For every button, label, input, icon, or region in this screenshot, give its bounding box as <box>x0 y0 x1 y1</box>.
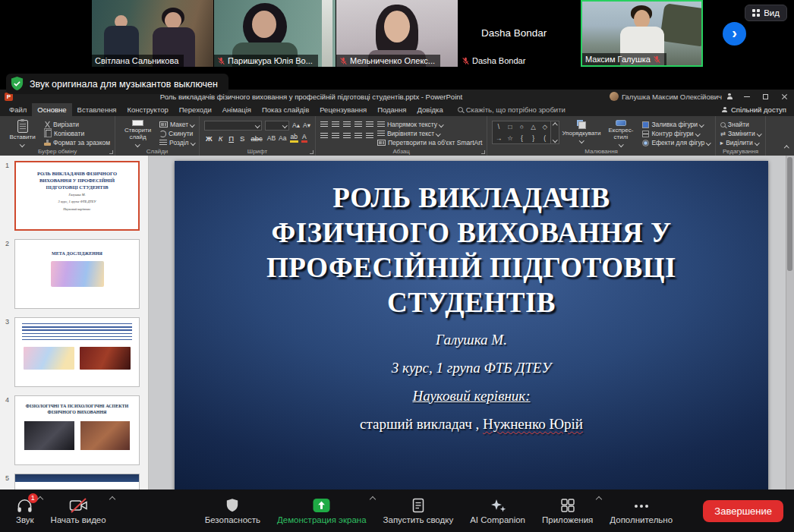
tab-design[interactable]: Конструктор <box>122 103 174 116</box>
account-area[interactable]: Галушка Максим Олексійович <box>610 92 722 101</box>
copy-label: Копіювати <box>54 130 84 137</box>
share-screen-button[interactable]: Демонстрация экрана <box>269 490 375 532</box>
paste-button[interactable]: Вставити <box>5 118 40 146</box>
arrange-button[interactable]: Упорядкувати <box>563 118 599 146</box>
shape-arrow-icon[interactable]: → <box>496 134 503 142</box>
start-video-button[interactable]: Начать видео <box>43 490 115 532</box>
participant-tile-4[interactable]: Dasha Bondar Dasha Bondar <box>458 0 581 67</box>
chevron-up-icon[interactable] <box>109 496 115 502</box>
character-spacing-button[interactable]: АВ <box>267 134 276 143</box>
security-button[interactable]: Безопасность <box>197 490 269 532</box>
shape-triangle-icon[interactable]: △ <box>531 123 536 131</box>
tab-transitions[interactable]: Переходи <box>174 103 217 116</box>
tab-home[interactable]: Основне <box>32 103 71 116</box>
tab-file[interactable]: Файл <box>4 103 32 116</box>
italic-button[interactable]: К <box>217 134 225 143</box>
text-direction-button[interactable]: Напрямок тексту <box>377 121 482 128</box>
smartart-button[interactable]: Перетворити на об'єкт SmartArt <box>377 139 482 146</box>
shape-diamond-icon[interactable]: ◇ <box>543 123 548 131</box>
text-shadow-button[interactable]: S <box>238 134 246 143</box>
restore-button[interactable] <box>756 90 775 103</box>
next-page-button[interactable]: › <box>723 22 746 46</box>
numbering-icon[interactable] <box>332 121 339 128</box>
current-slide-canvas[interactable]: РОЛЬ ВИКЛАДАЧІВ ФІЗИЧНОГО ВИХОВАННЯ У ПР… <box>175 161 768 490</box>
shape-effects-button[interactable]: Ефекти для фігур <box>642 139 710 146</box>
layout-button[interactable]: Макет <box>159 121 194 128</box>
shape-rectangle-icon[interactable]: □ <box>509 123 512 131</box>
slide-thumbnail-4[interactable]: ФІЗІОЛОГІЧНІ ТА ПСИХОЛОГІЧНІ АСПЕКТИ ФІЗ… <box>14 395 140 465</box>
more-button[interactable]: Дополнительно <box>601 490 681 532</box>
participant-tile-3[interactable]: Мельниченко Олекс... <box>336 0 458 67</box>
bold-button[interactable]: Ж <box>204 134 214 143</box>
align-text-button[interactable]: Вирівняти текст <box>377 130 482 137</box>
tell-me-search[interactable]: Скажіть, що потрібно зробити <box>458 105 566 114</box>
underline-button[interactable]: П <box>227 134 235 143</box>
new-slide-button[interactable]: Створити слайд <box>120 118 156 146</box>
tab-animations[interactable]: Анімація <box>217 103 257 116</box>
shrink-font-button[interactable]: А▾ <box>303 121 310 130</box>
tab-view[interactable]: Подання <box>372 103 411 116</box>
indent-decrease-icon[interactable] <box>343 121 351 128</box>
bullets-icon[interactable] <box>320 121 328 128</box>
align-left-icon[interactable] <box>320 133 328 140</box>
highlight-color-button[interactable]: ab <box>290 134 298 143</box>
thumb-images <box>24 347 131 370</box>
quick-styles-icon <box>616 120 626 126</box>
tab-insert[interactable]: Вставлення <box>72 103 122 116</box>
font-size-combo[interactable] <box>265 121 289 131</box>
grow-font-button[interactable]: А▴ <box>292 121 300 130</box>
shape-star-icon[interactable]: ☆ <box>507 134 513 142</box>
slide-thumbnail-2[interactable]: МЕТА ДОСЛІДЖЕННЯ <box>14 239 140 309</box>
participant-tile-2[interactable]: Паришкура Юлія Во... <box>214 0 336 67</box>
tab-slideshow[interactable]: Показ слайдів <box>257 103 314 116</box>
participant-tile-1[interactable]: Світлана Сальникова <box>92 0 214 67</box>
share-button[interactable]: Спільний доступ <box>722 105 786 114</box>
line-spacing-icon[interactable] <box>366 121 373 128</box>
section-button[interactable]: Розділ <box>159 139 194 146</box>
strikethrough-button[interactable]: abc <box>249 134 263 143</box>
shape-ellipse-icon[interactable]: ○ <box>520 123 524 131</box>
columns-icon[interactable] <box>366 133 373 140</box>
font-name-combo[interactable] <box>204 121 262 131</box>
shape-gallery-scroll[interactable] <box>551 121 559 144</box>
end-meeting-button[interactable]: Завершение <box>703 500 783 522</box>
copy-button[interactable]: Копіювати <box>44 130 110 137</box>
font-color-button[interactable]: А <box>301 134 307 143</box>
slide-thumbnail-5[interactable] <box>14 474 140 490</box>
replace-button[interactable]: ⇄Замінити <box>720 130 761 137</box>
find-button[interactable]: Знайти <box>720 121 761 128</box>
format-painter-button[interactable]: Формат за зразком <box>44 139 110 146</box>
view-button[interactable]: Вид <box>745 5 787 21</box>
collapse-ribbon-button[interactable] <box>785 139 789 153</box>
tab-review[interactable]: Рецензування <box>314 103 372 116</box>
shape-outline-button[interactable]: Контур фігури <box>642 130 710 137</box>
shape-brace-right-icon[interactable]: } <box>532 134 534 142</box>
tab-help[interactable]: Довідка <box>412 103 449 116</box>
indent-increase-icon[interactable] <box>354 121 362 128</box>
audio-button[interactable]: Звук 1 <box>8 490 43 532</box>
close-button[interactable] <box>775 90 794 103</box>
shape-arc-icon[interactable]: ( <box>544 134 546 142</box>
select-button[interactable]: ▸Виділити <box>720 139 761 146</box>
reset-button[interactable]: Скинути <box>159 130 194 137</box>
slide-thumbnail-1-selected[interactable]: РОЛЬ ВИКЛАДАЧІВ ФІЗИЧНОГО ВИХОВАННЯ У ПР… <box>14 161 140 231</box>
summary-button[interactable]: Запустить сводку <box>375 490 462 532</box>
participant-tile-5-active-speaker[interactable]: Максим Галушка <box>581 0 703 67</box>
scrollbar-thumb[interactable] <box>787 157 792 271</box>
ai-companion-button[interactable]: AI Companion <box>462 490 534 532</box>
vertical-scrollbar[interactable] <box>786 156 794 490</box>
cut-button[interactable]: Вирізати <box>44 121 110 128</box>
justify-icon[interactable] <box>354 133 362 140</box>
slide-thumbnail-3[interactable] <box>14 317 140 387</box>
change-case-button[interactable]: Аа <box>279 134 287 143</box>
shape-brace-left-icon[interactable]: { <box>521 134 523 142</box>
quick-styles-button[interactable]: Експрес-стилі <box>603 118 638 146</box>
minimize-button[interactable] <box>737 90 756 103</box>
ribbon-account-icon <box>726 93 733 99</box>
align-right-icon[interactable] <box>343 133 351 140</box>
apps-button[interactable]: Приложения <box>534 490 601 532</box>
ppt-menu-bar: Файл Основне Вставлення Конструктор Пере… <box>0 103 794 116</box>
shape-line-icon[interactable]: \ <box>498 123 499 131</box>
shape-fill-button[interactable]: Заливка фігури <box>642 121 710 128</box>
align-center-icon[interactable] <box>332 133 339 140</box>
